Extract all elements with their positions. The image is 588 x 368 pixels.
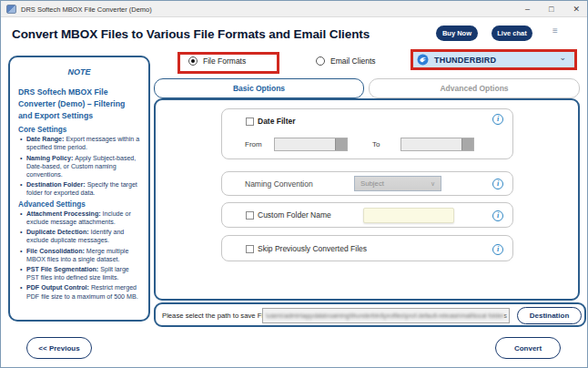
list-item: Destination Folder:Specify the target fo… (18, 181, 140, 198)
list-item: PDF Output Control:Restrict merged PDF f… (18, 284, 140, 301)
target-format-dropdown[interactable]: THUNDERBIRD ⌄ (413, 52, 574, 67)
to-label: To (372, 140, 380, 148)
radio-file-formats[interactable]: File Formats (188, 56, 246, 66)
date-filter-checkbox[interactable] (246, 118, 254, 126)
to-date-picker-button[interactable] (461, 138, 473, 150)
list-item: File Consolidation:Merge multiple MBOX f… (18, 248, 140, 264)
radio-selected-icon[interactable] (188, 56, 198, 66)
core-settings-heading: Core Settings (18, 126, 140, 134)
naming-convention-card: Naming Convention Subject ∨ i (221, 171, 513, 196)
window-controls: – □ ✕ (525, 1, 580, 17)
thunderbird-icon (417, 54, 429, 66)
live-chat-button[interactable]: Live chat (492, 26, 532, 41)
title-bar: DRS Softech MBOX File Converter (Demo) –… (1, 1, 587, 17)
advanced-settings-heading: Advanced Settings (18, 200, 140, 209)
window-title: DRS Softech MBOX File Converter (Demo) (21, 5, 152, 14)
chevron-down-icon: ⌄ (559, 53, 566, 62)
close-icon[interactable]: ✕ (573, 1, 580, 17)
radio-email-clients[interactable]: Email Clients (316, 56, 376, 66)
list-item: PST File Segmentation:Split large PST fi… (18, 266, 140, 282)
core-settings-list: Date Range:Export messages within a spec… (18, 136, 140, 199)
to-date-input[interactable] (400, 138, 474, 151)
custom-folder-input[interactable] (363, 208, 454, 223)
custom-folder-checkbox[interactable] (246, 211, 254, 220)
info-icon[interactable]: i (492, 244, 503, 255)
custom-folder-label: Custom Folder Name (258, 210, 331, 220)
skip-converted-card: Skip Previously Converted Files i (221, 235, 513, 261)
target-format-value: THUNDERBIRD (434, 56, 496, 65)
convert-button[interactable]: Convert (495, 337, 561, 359)
menu-icon[interactable]: ≡ (553, 26, 558, 36)
note-panel: NOTE DRS Softech MBOX File Converter (De… (8, 56, 150, 322)
save-path-input[interactable]: \users\admin\appdata\roaming\thunderbird… (262, 308, 510, 323)
list-item: Attachment Processing:Include or exclude… (18, 210, 140, 227)
minimize-icon[interactable]: – (525, 1, 530, 17)
previous-button[interactable]: << Previous (26, 337, 92, 359)
info-icon[interactable]: i (492, 210, 503, 221)
app-window: DRS Softech MBOX File Converter (Demo) –… (0, 0, 588, 368)
buy-now-button[interactable]: Buy Now (436, 26, 478, 41)
from-label: From (245, 140, 262, 148)
list-item: Naming Policy:Apply Subject-based, Date-… (18, 155, 140, 180)
note-heading: DRS Softech MBOX File Converter (Demo) –… (18, 87, 140, 122)
date-filter-card: Date Filter i From To (221, 108, 513, 159)
info-icon[interactable]: i (492, 114, 503, 125)
tab-advanced-options[interactable]: Advanced Options (369, 78, 580, 98)
naming-convention-label: Naming Convention (245, 179, 313, 189)
page-title: Convert MBOX Files to Various File Forma… (12, 27, 370, 41)
list-item: Duplicate Detection:Identify and exclude… (18, 229, 140, 245)
skip-converted-checkbox[interactable] (246, 245, 254, 253)
advanced-settings-list: Attachment Processing:Include or exclude… (18, 210, 140, 302)
save-path-value: \users\admin\appdata\roaming\thunderbird… (266, 312, 503, 319)
save-path-label: Please select the path to save File : (162, 312, 272, 320)
naming-convention-select[interactable]: Subject ∨ (354, 176, 441, 191)
save-path-panel: Please select the path to save File : \u… (154, 302, 586, 327)
date-filter-label: Date Filter (258, 117, 296, 126)
app-icon (6, 5, 16, 14)
skip-converted-label: Skip Previously Converted Files (258, 244, 367, 253)
note-title: NOTE (18, 67, 140, 77)
custom-folder-card: Custom Folder Name i (221, 202, 513, 228)
tab-basic-options[interactable]: Basic Options (154, 78, 364, 98)
from-date-input[interactable] (274, 138, 348, 151)
list-item: Date Range:Export messages within a spec… (18, 136, 140, 152)
destination-button[interactable]: Destination (517, 307, 582, 324)
info-icon[interactable]: i (492, 179, 503, 189)
select-chevron-icon: ∨ (431, 177, 435, 191)
from-date-picker-button[interactable] (335, 138, 347, 150)
naming-convention-value: Subject (360, 179, 384, 188)
maximize-icon[interactable]: □ (549, 1, 553, 17)
radio-unselected-icon[interactable] (316, 56, 325, 66)
